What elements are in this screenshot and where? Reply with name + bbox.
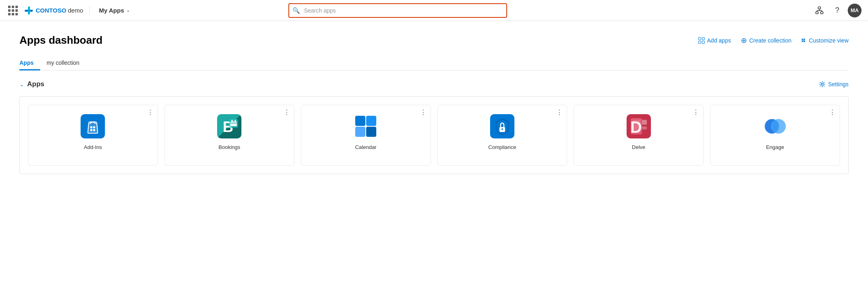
search-bar: 🔍 [288,3,507,18]
app-card-compliance[interactable]: ⋮ Compliance [437,105,567,166]
tab-apps[interactable]: Apps [19,56,40,70]
app-name-delve: Delve [632,144,645,150]
my-apps-menu[interactable]: My Apps ⌄ [95,4,134,16]
svg-rect-11 [90,126,92,128]
app-card-menu-addins[interactable]: ⋮ [147,109,154,116]
section-collapse-icon[interactable]: ⌄ [19,81,24,87]
dashboard-title: Apps dashboard [19,34,102,47]
brand-logo[interactable]: CONTOSO demo [24,6,90,15]
app-name-calendar: Calendar [355,144,377,150]
contoso-plus-icon [24,6,33,15]
app-card-bookings[interactable]: ⋮ B [164,105,294,166]
app-name-engage: Engage [766,144,784,150]
org-chart-icon[interactable] [812,3,827,18]
create-collection-button[interactable]: ⊕ Create collection [741,34,791,47]
tab-bar: Apps my collection [19,56,849,70]
svg-rect-13 [90,129,92,131]
chevron-down-icon: ⌄ [126,8,130,13]
section-title: Apps [27,80,45,88]
settings-gear-icon [819,81,825,87]
main-content: Apps dashboard Add apps ⊕ Create collect… [0,21,868,285]
app-icon-addins [80,113,106,139]
app-icon-engage [762,113,788,139]
header: CONTOSO demo My Apps ⌄ 🔍 ? MA [0,0,868,21]
svg-point-20 [231,120,233,121]
svg-point-21 [235,120,236,121]
app-card-delve[interactable]: ⋮ D Delve [574,105,704,166]
svg-rect-35 [642,126,647,130]
app-card-calendar[interactable]: ⋮ Calen [301,105,431,166]
add-apps-icon [698,37,705,44]
app-card-menu-delve[interactable]: ⋮ [693,109,699,116]
svg-rect-18 [230,121,237,126]
app-card-menu-calendar[interactable]: ⋮ [420,109,427,116]
app-card-engage[interactable]: ⋮ Engage [710,105,840,166]
svg-point-38 [772,121,778,132]
tab-my-collection[interactable]: my collection [40,56,86,70]
search-icon: 🔍 [292,7,300,14]
svg-rect-23 [366,116,376,126]
settings-button[interactable]: Settings [819,81,849,87]
svg-text:D: D [630,118,642,136]
add-apps-button[interactable]: Add apps [698,36,731,45]
help-icon[interactable]: ? [830,3,845,18]
search-input[interactable] [288,3,507,18]
svg-rect-2 [818,7,821,9]
app-card-addins[interactable]: ⋮ Add-Ins [28,105,158,166]
app-icon-calendar [353,113,379,139]
brand-name: CONTOSO demo [36,7,83,14]
svg-rect-34 [642,120,647,125]
svg-rect-25 [366,127,376,137]
svg-point-29 [501,128,503,130]
create-collection-icon: ⊕ [741,36,747,45]
app-name-addins: Add-Ins [84,144,102,150]
apps-grid: ⋮ Add-Ins ⋮ [19,96,849,174]
svg-rect-12 [93,126,95,128]
app-card-menu-compliance[interactable]: ⋮ [556,109,563,116]
app-launcher-icon[interactable] [6,4,19,17]
app-icon-delve: D [626,113,652,139]
svg-rect-1 [28,6,30,15]
customize-view-button[interactable]: ✥ Customize view [801,35,849,46]
my-apps-label: My Apps [99,7,124,14]
header-right-controls: ? MA [812,3,862,18]
dashboard-actions: Add apps ⊕ Create collection ✥ Customize… [698,34,849,47]
dashboard-header: Apps dashboard Add apps ⊕ Create collect… [19,34,849,47]
svg-rect-22 [355,116,365,126]
app-icon-bookings: B [216,113,242,139]
svg-rect-14 [93,129,95,131]
avatar[interactable]: MA [848,4,862,17]
svg-rect-3 [816,12,818,14]
app-card-menu-engage[interactable]: ⋮ [829,109,836,116]
app-card-menu-bookings[interactable]: ⋮ [284,109,290,116]
customize-view-icon: ✥ [800,36,808,45]
app-name-bookings: Bookings [219,144,240,150]
app-name-compliance: Compliance [488,144,516,150]
svg-point-9 [821,83,823,85]
app-icon-compliance [489,113,515,139]
svg-rect-24 [355,127,365,137]
section-header: ⌄ Apps Settings [19,80,849,88]
svg-rect-4 [821,12,823,14]
